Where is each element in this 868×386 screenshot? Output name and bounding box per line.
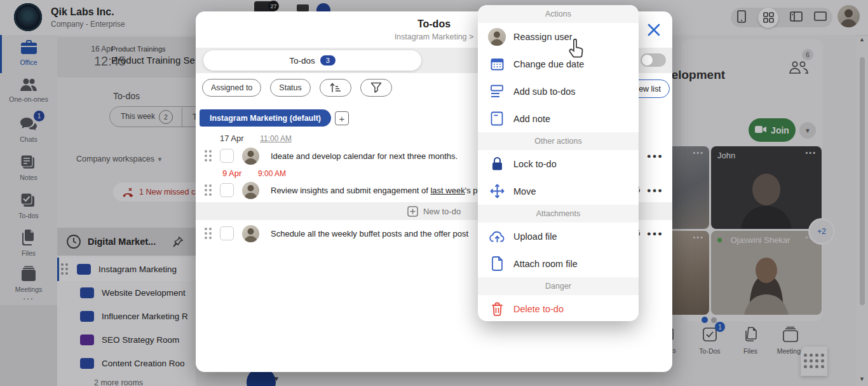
- menu-section-danger: Danger: [478, 277, 639, 295]
- completed-toggle[interactable]: [641, 53, 666, 67]
- menu-section-attachments: Attachments: [478, 205, 639, 223]
- sub-list-icon: [488, 85, 506, 99]
- task-options-icon[interactable]: ●●●: [647, 230, 663, 237]
- task-checkbox[interactable]: [220, 149, 234, 163]
- menu-item-label: Reassign user: [513, 32, 573, 42]
- assignee-avatar[interactable]: [242, 182, 259, 199]
- menu-pointer: [637, 145, 647, 160]
- menu-item-add-note[interactable]: Add note: [478, 105, 639, 132]
- funnel-filter-icon[interactable]: [360, 79, 392, 97]
- lock-icon: [488, 156, 506, 171]
- menu-item-label: Move: [513, 186, 536, 196]
- menu-item-upload-file[interactable]: Upload file: [478, 223, 639, 250]
- task-text: Ideate and develop calendar for next thr…: [271, 151, 458, 161]
- drag-handle-icon[interactable]: [205, 228, 212, 240]
- task-date: 9 Apr: [222, 169, 241, 178]
- move-arrows-icon: [488, 184, 506, 198]
- task-text: Schedule all the weekly buffet posts and…: [271, 229, 468, 238]
- menu-section-other-actions: Other actions: [478, 132, 639, 150]
- menu-item-label: Attach room file: [513, 259, 578, 269]
- list-tab-instagram-default[interactable]: Instagram Marketing (default): [200, 109, 331, 127]
- task-checkbox[interactable]: [220, 226, 234, 240]
- menu-item-label: Add note: [513, 114, 550, 124]
- todos-count-badge: 3: [320, 55, 336, 65]
- menu-item-add-sub-todos[interactable]: Add sub to-dos: [478, 78, 639, 105]
- menu-item-move[interactable]: Move: [478, 177, 639, 205]
- drag-handle-icon[interactable]: [205, 150, 212, 162]
- cloud-upload-icon: [488, 230, 506, 243]
- menu-item-label: Add sub to-dos: [513, 86, 576, 97]
- filter-status[interactable]: Status: [270, 79, 310, 97]
- add-list-icon[interactable]: +: [335, 111, 349, 125]
- trash-icon: [488, 302, 506, 316]
- menu-item-reassign-user[interactable]: Reassign user: [478, 23, 639, 50]
- task-checkbox[interactable]: [220, 183, 234, 197]
- sort-icon[interactable]: [320, 79, 351, 97]
- assignee-avatar[interactable]: [242, 225, 259, 242]
- menu-section-actions: Actions: [478, 5, 639, 23]
- task-options-icon[interactable]: ●●●: [647, 152, 663, 160]
- task-options-icon[interactable]: ●●●: [647, 186, 663, 194]
- new-todo-label: New to-do: [423, 207, 461, 216]
- menu-item-delete-todo[interactable]: Delete to-do: [478, 295, 639, 322]
- menu-item-label: Change due date: [513, 59, 584, 69]
- task-date: 17 Apr: [220, 134, 244, 143]
- todo-context-menu: Actions Reassign user Change due date Ad…: [478, 5, 639, 321]
- tab-label: To-dos: [289, 56, 315, 65]
- tab-todos[interactable]: To-dos 3: [203, 50, 421, 71]
- menu-item-label: Delete to-do: [513, 304, 564, 314]
- calendar-icon: [488, 57, 506, 71]
- menu-item-lock-todo[interactable]: Lock to-do: [478, 150, 639, 177]
- filter-assigned-to[interactable]: Assigned to: [202, 79, 261, 97]
- task-time[interactable]: 11:00 AM: [260, 134, 292, 143]
- menu-item-attach-room-file[interactable]: Attach room file: [478, 250, 639, 277]
- user-avatar-icon: [488, 28, 506, 46]
- assignee-avatar[interactable]: [242, 148, 259, 165]
- menu-item-change-due-date[interactable]: Change due date: [478, 50, 639, 78]
- task-time[interactable]: 9:00 AM: [258, 169, 286, 178]
- plus-icon: [407, 206, 418, 217]
- menu-item-label: Upload file: [513, 231, 557, 242]
- file-icon: [488, 256, 506, 271]
- close-icon[interactable]: [646, 22, 662, 38]
- pointer-cursor: [566, 37, 588, 60]
- task-date-row-overdue: 9 Apr 9:00 AM: [222, 169, 286, 178]
- app-root: Qik Labs Inc. Company - Enterprise 27: [0, 0, 868, 386]
- drag-handle-icon[interactable]: [205, 184, 212, 196]
- task-date-row: 17 Apr 11:00 AM: [220, 134, 292, 143]
- menu-item-label: Lock to-do: [513, 159, 557, 169]
- note-icon: [488, 111, 506, 126]
- task-text: Review insights and submit engagement of…: [271, 186, 492, 195]
